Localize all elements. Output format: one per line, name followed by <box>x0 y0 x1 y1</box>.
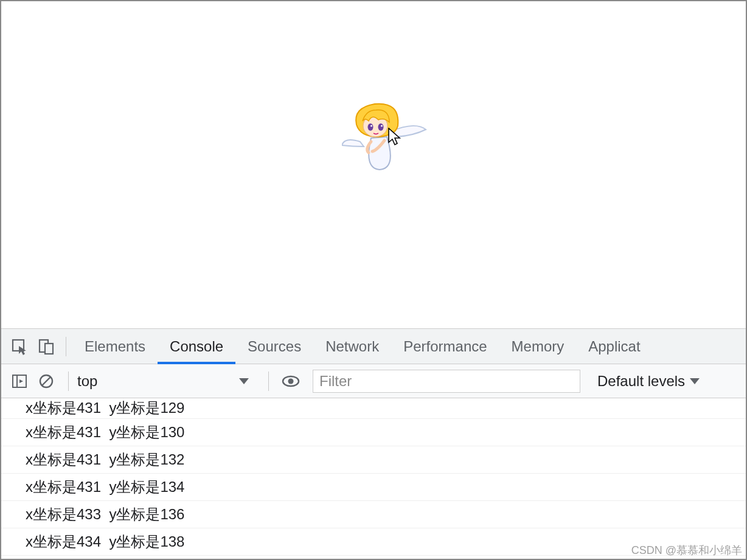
log-level-value: Default levels <box>597 373 685 390</box>
device-toggle-icon[interactable] <box>35 336 57 358</box>
svg-point-3 <box>370 125 372 127</box>
console-log-row: x坐标是433 y坐标是136 <box>1 501 746 528</box>
console-log-text: x坐标是431 y坐标是129 <box>26 398 184 418</box>
console-toolbar: top Filter Default levels <box>1 364 746 398</box>
tab-sources[interactable]: Sources <box>235 329 313 364</box>
tab-label: Elements <box>85 338 145 355</box>
console-log-row: x坐标是431 y坐标是134 <box>1 474 746 501</box>
tab-performance[interactable]: Performance <box>391 329 499 364</box>
console-log-text: x坐标是431 y坐标是132 <box>26 450 184 469</box>
devtools-tab-strip: ElementsConsoleSourcesNetworkPerformance… <box>1 329 746 364</box>
execution-context-value: top <box>77 373 97 390</box>
svg-point-1 <box>368 123 374 131</box>
console-log-text: x坐标是434 y坐标是138 <box>26 532 184 551</box>
svg-point-4 <box>381 125 383 127</box>
console-log-row: x坐标是431 y坐标是132 <box>1 446 746 474</box>
svg-point-2 <box>378 123 384 131</box>
console-log-text: x坐标是431 y坐标是134 <box>26 477 184 497</box>
svg-rect-7 <box>45 344 53 354</box>
tab-label: Performance <box>403 338 487 355</box>
devtools-panel: ElementsConsoleSourcesNetworkPerformance… <box>1 328 746 559</box>
separator <box>268 372 269 391</box>
separator <box>68 372 69 391</box>
watermark: CSDN @慕慕和小绵羊 <box>631 543 742 558</box>
console-log-text: x坐标是433 y坐标是136 <box>26 505 184 524</box>
page-viewport[interactable] <box>1 1 746 328</box>
clear-console-icon[interactable] <box>35 370 57 392</box>
console-sidebar-toggle-icon[interactable] <box>9 370 30 392</box>
live-expression-icon[interactable] <box>280 370 302 392</box>
svg-point-12 <box>288 378 294 384</box>
console-log-text: x坐标是431 y坐标是130 <box>26 423 184 442</box>
inspect-element-icon[interactable] <box>9 336 30 358</box>
console-filter-input[interactable]: Filter <box>313 370 580 393</box>
tab-label: Sources <box>248 338 301 355</box>
tab-label: Console <box>170 338 223 355</box>
tab-label: Memory <box>512 338 565 355</box>
chevron-down-icon <box>239 378 249 384</box>
tab-label: Applicat <box>588 338 640 355</box>
tab-network[interactable]: Network <box>313 329 391 364</box>
tab-elements[interactable]: Elements <box>72 329 158 364</box>
tab-memory[interactable]: Memory <box>499 329 577 364</box>
console-output[interactable]: x坐标是431 y坐标是129x坐标是431 y坐标是130x坐标是431 y坐… <box>1 398 746 559</box>
chevron-down-icon <box>690 378 700 384</box>
svg-line-10 <box>42 377 50 385</box>
angel-sprite <box>342 102 427 177</box>
log-level-select[interactable]: Default levels <box>597 373 700 390</box>
cursor-icon <box>388 128 401 148</box>
console-log-row: x坐标是431 y坐标是129 <box>1 398 746 419</box>
tab-console[interactable]: Console <box>158 329 235 364</box>
filter-placeholder: Filter <box>319 373 352 390</box>
tab-label: Network <box>325 338 379 355</box>
tab-applicat[interactable]: Applicat <box>576 329 652 364</box>
separator <box>66 337 66 356</box>
execution-context-select[interactable]: top <box>77 373 260 390</box>
console-log-row: x坐标是431 y坐标是130 <box>1 419 746 446</box>
